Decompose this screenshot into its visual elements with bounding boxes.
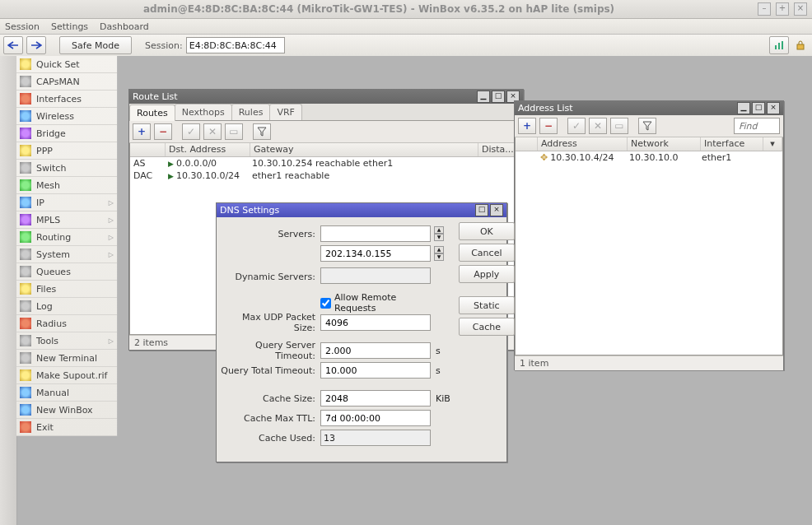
server1-spinner[interactable]: ▲▼ xyxy=(434,226,444,241)
sidebar-item-manual[interactable]: Manual xyxy=(16,384,117,402)
sidebar-item-queues[interactable]: Queues xyxy=(16,263,117,281)
sidebar-item-make-supout-rif[interactable]: Make Supout.rif xyxy=(16,367,117,384)
submenu-arrow-icon: ▷ xyxy=(109,251,114,258)
cache-button[interactable]: Cache xyxy=(459,318,515,336)
disable-button[interactable]: ✕ xyxy=(203,123,222,140)
window-maximize-icon[interactable]: □ xyxy=(752,102,765,114)
cancel-button[interactable]: Cancel xyxy=(459,244,515,262)
server2-spinner[interactable]: ▲▼ xyxy=(434,246,444,261)
workspace: RouterOS WinBox Quick SetCAPsMANInterfac… xyxy=(0,56,812,525)
sidebar-item-mesh[interactable]: Mesh xyxy=(16,177,117,194)
menu-session[interactable]: Session xyxy=(5,21,40,32)
max-udp-input[interactable] xyxy=(320,314,431,331)
filter-button[interactable] xyxy=(638,118,656,134)
session-field[interactable]: E4:8D:8C:BA:8C:44 xyxy=(186,37,285,53)
sidebar-item-bridge[interactable]: Bridge xyxy=(16,125,117,142)
menu-dashboard[interactable]: Dashboard xyxy=(100,21,149,32)
apply-button[interactable]: Apply xyxy=(459,265,515,283)
enable-button[interactable]: ✓ xyxy=(567,118,586,134)
sidebar-item-exit[interactable]: Exit xyxy=(16,419,117,436)
col-dst-address[interactable]: Dst. Address xyxy=(166,143,250,156)
comment-button[interactable]: ▭ xyxy=(225,123,243,140)
col-flags[interactable] xyxy=(516,137,538,151)
route-list-caption[interactable]: Route List ▁ □ × xyxy=(129,90,523,104)
add-button[interactable]: + xyxy=(133,123,151,140)
sidebar-item-new-terminal[interactable]: New Terminal xyxy=(16,350,117,367)
sidebar-handle[interactable]: RouterOS WinBox xyxy=(0,56,17,525)
address-grid[interactable]: Address Network Interface ▾ ✥10.30.10.4/… xyxy=(515,137,783,355)
window-minimize-icon[interactable]: ▁ xyxy=(477,91,490,103)
col-gateway[interactable]: Gateway xyxy=(250,143,478,156)
sidebar-item-switch[interactable]: Switch xyxy=(16,160,117,177)
sidebar-item-new-winbox[interactable]: New WinBox xyxy=(16,402,117,419)
window-maximize-icon[interactable]: □ xyxy=(492,91,505,103)
window-minimize-icon[interactable]: ▁ xyxy=(737,102,750,114)
sidebar-item-quick-set[interactable]: Quick Set xyxy=(16,56,117,73)
server1-input[interactable] xyxy=(320,225,431,242)
tab-vrf[interactable]: VRF xyxy=(269,104,302,120)
enable-button[interactable]: ✓ xyxy=(182,123,200,140)
route-list-toolbar: + − ✓ ✕ ▭ xyxy=(129,121,523,143)
minimize-button[interactable]: – xyxy=(758,2,771,16)
dns-settings-window[interactable]: DNS Settings □ × Servers: ▲▼ ▲▼ xyxy=(216,202,507,462)
col-interface[interactable]: Interface xyxy=(701,137,763,151)
add-button[interactable]: + xyxy=(518,118,536,134)
route-row[interactable]: AS▶0.0.0.0/010.30.10.254 reachable ether… xyxy=(130,157,522,170)
tab-rules[interactable]: Rules xyxy=(231,104,271,120)
remove-button[interactable]: − xyxy=(539,118,558,134)
sidebar-item-wireless[interactable]: Wireless xyxy=(16,108,117,125)
tab-routes[interactable]: Routes xyxy=(129,105,175,121)
address-list-window[interactable]: Address List ▁ □ × + − ✓ ✕ ▭ Address xyxy=(514,100,784,370)
dns-settings-caption[interactable]: DNS Settings □ × xyxy=(217,203,506,217)
col-network[interactable]: Network xyxy=(628,137,701,151)
sidebar-item-mpls[interactable]: MPLS▷ xyxy=(16,211,117,229)
address-row[interactable]: ✥10.30.10.4/2410.30.10.0ether1 xyxy=(516,151,782,164)
route-row[interactable]: DAC▶10.30.10.0/24ether1 reachable xyxy=(130,170,522,182)
menu-item-icon xyxy=(20,335,31,346)
server2-input[interactable] xyxy=(320,245,431,262)
safe-mode-button[interactable]: Safe Mode xyxy=(59,36,132,54)
tab-nexthops[interactable]: Nexthops xyxy=(175,104,232,120)
col-address[interactable]: Address xyxy=(538,137,628,151)
allow-remote-checkbox[interactable] xyxy=(320,298,331,309)
col-picker[interactable]: ▾ xyxy=(763,137,782,151)
sidebar-item-capsman[interactable]: CAPsMAN xyxy=(16,73,117,91)
sidebar-item-log[interactable]: Log xyxy=(16,298,117,315)
chart-icon xyxy=(774,40,784,50)
submenu-arrow-icon: ▷ xyxy=(109,337,114,345)
sidebar-item-radius[interactable]: Radius xyxy=(16,315,117,332)
address-list-caption[interactable]: Address List ▁ □ × xyxy=(515,101,783,115)
sidebar-item-routing[interactable]: Routing▷ xyxy=(16,229,117,246)
up-arrow-icon: ▲ xyxy=(434,226,444,234)
disable-button[interactable]: ✕ xyxy=(589,118,607,134)
redo-button[interactable] xyxy=(26,36,46,54)
menu-settings[interactable]: Settings xyxy=(51,21,88,32)
comment-button[interactable]: ▭ xyxy=(610,118,628,134)
close-button[interactable]: × xyxy=(794,2,807,16)
dashboard-indicator-button[interactable] xyxy=(769,36,789,54)
ok-button[interactable]: OK xyxy=(459,222,515,240)
undo-button[interactable] xyxy=(3,36,23,54)
find-input[interactable] xyxy=(734,118,780,134)
cache-size-input[interactable] xyxy=(320,390,431,407)
svg-rect-2 xyxy=(782,41,783,49)
sidebar-item-tools[interactable]: Tools▷ xyxy=(16,332,117,350)
query-server-timeout-input[interactable] xyxy=(320,342,431,359)
sidebar-item-ip[interactable]: IP▷ xyxy=(16,194,117,211)
window-close-icon[interactable]: × xyxy=(767,102,780,114)
window-close-icon[interactable]: × xyxy=(490,204,503,216)
filter-button[interactable] xyxy=(253,123,271,140)
col-flags[interactable] xyxy=(130,143,166,156)
sidebar-item-label: Quick Set xyxy=(36,59,80,70)
sidebar-item-ppp[interactable]: PPP xyxy=(16,142,117,160)
sidebar-item-interfaces[interactable]: Interfaces xyxy=(16,91,117,108)
static-button[interactable]: Static xyxy=(459,296,515,314)
window-maximize-icon[interactable]: □ xyxy=(475,204,488,216)
maximize-button[interactable]: + xyxy=(776,2,789,16)
menu-item-icon xyxy=(20,76,31,87)
sidebar-item-system[interactable]: System▷ xyxy=(16,246,117,263)
sidebar-item-files[interactable]: Files xyxy=(16,281,117,298)
cache-max-ttl-input[interactable] xyxy=(320,410,431,426)
remove-button[interactable]: − xyxy=(154,123,172,140)
query-total-timeout-input[interactable] xyxy=(320,362,431,379)
